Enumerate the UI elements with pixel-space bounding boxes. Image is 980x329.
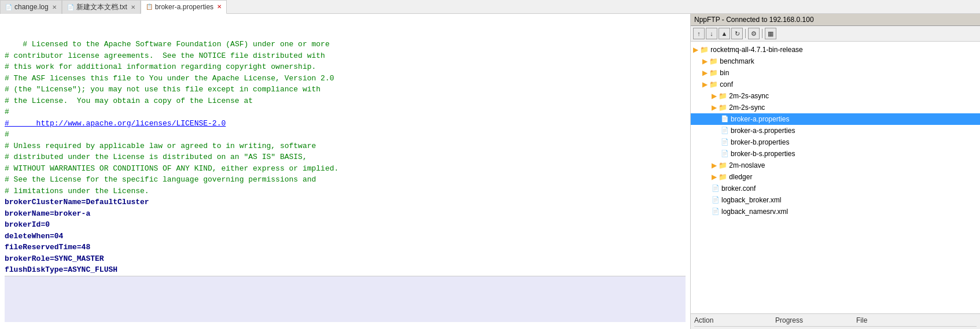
editor-line-5: # the License. You may obtain a copy of … [5,97,253,105]
tree-item-11[interactable]: ▶ 📁dledger [691,171,980,183]
tree-item-14[interactable]: 📄logback_namesrv.xml [691,206,980,217]
editor-line-15: brokerName=broker-a [5,209,90,218]
editor-line-13: # limitations under the License. [5,187,149,195]
tab-bar: 📄change.log✕📄新建文本文档.txt✕📋broker-a.proper… [0,0,980,14]
tree-label-9: broker-b-s.properties [731,149,795,159]
folder-icon-2: ▶ 📁 [702,68,718,78]
file-icon-9: 📄 [721,150,729,157]
editor-line-2: # this work for additional information r… [5,62,316,71]
tab-label-tab1: change.log [14,3,49,11]
tree-label-0: rocketmq-all-4.7.1-bin-release [710,45,802,55]
tree-label-2: bin [720,68,729,78]
file-icon-14: 📄 [712,208,720,215]
tree-label-7: broker-a-s.properties [731,125,795,136]
transfer-bar: Action Progress File [691,313,980,329]
ftp-header: NppFTP - Connected to 192.168.0.100 [691,14,980,26]
tree-label-11: dledger [729,172,752,182]
editor-line-9: # Unless required by applicable law or a… [5,142,316,150]
tab-close-tab2[interactable]: ✕ [131,4,135,10]
tree-item-0[interactable]: ▶ 📁rocketmq-all-4.7.1-bin-release [691,44,980,56]
file-icon-12: 📄 [712,185,720,192]
tab-label-tab3: broker-a.properties [155,3,213,11]
tree-item-4[interactable]: ▶ 📁2m-2s-async [691,90,980,102]
folder-icon-4: ▶ 📁 [712,91,727,101]
editor-line-19: brokerRole=SYNC_MASTER [5,254,104,263]
editor-line-1: # contributor license agreements. See th… [5,51,325,60]
ftp-btn-up[interactable]: ▲ [719,28,730,39]
editor-line-11: # WITHOUT WARRANTIES OR CONDITIONS OF AN… [5,164,338,173]
tree-label-5: 2m-2s-sync [729,102,765,113]
editor-line-0: # Licensed to the Apache Software Founda… [23,40,330,49]
editor-line-14: brokerClusterName=DefaultCluster [5,198,149,206]
tree-item-3[interactable]: ▶ 📁conf [691,79,980,90]
file-icon-8: 📄 [721,139,729,146]
tree-item-10[interactable]: ▶ 📁2m-noslave [691,160,980,171]
editor-line-18: fileReservedTime=48 [5,243,90,252]
editor-line-20: flushDiskType=ASYNC_FLUSH [5,265,117,274]
tree-item-7[interactable]: 📄broker-a-s.properties [691,125,980,136]
tab-icon-tab1: 📄 [5,4,12,10]
editor-line-10: # distributed under the License is distr… [5,153,307,161]
tree-item-5[interactable]: ▶ 📁2m-2s-sync [691,102,980,113]
folder-icon-1: ▶ 📁 [702,56,718,66]
editor-line-4: # (the "License"); you may not use this … [5,85,320,94]
editor-content: # Licensed to the Apache Software Founda… [5,16,686,276]
editor-area[interactable]: # Licensed to the Apache Software Founda… [0,14,691,329]
ftp-btn-grid[interactable]: ▦ [765,28,776,39]
editor-line-3: # The ASF licenses this file to You unde… [5,74,334,83]
folder-icon-5: ▶ 📁 [712,102,727,113]
tree-item-2[interactable]: ▶ 📁bin [691,67,980,79]
tab-icon-tab2: 📄 [67,4,74,10]
tree-label-6: broker-a.properties [731,114,789,124]
editor-line-17: deleteWhen=04 [5,232,63,241]
main-area: # Licensed to the Apache Software Founda… [0,14,980,329]
folder-icon-10: ▶ 📁 [712,160,727,171]
ftp-btn-settings[interactable]: ⚙ [748,28,760,39]
ftp-btn-upload[interactable]: ↑ [693,28,705,39]
editor-line-7: # http://www.apache.org/licenses/LICENSE… [5,119,226,128]
toolbar-separator [745,29,746,38]
ftp-toolbar: ↑ ↓ ▲ ↻ ⚙ ▦ [691,26,980,42]
tree-item-8[interactable]: 📄broker-b.properties [691,136,980,148]
file-tree[interactable]: ▶ 📁rocketmq-all-4.7.1-bin-release▶ 📁benc… [691,42,980,313]
tree-label-4: 2m-2s-async [729,91,769,101]
transfer-col-progress-label: Progress [775,316,856,324]
ftp-panel: NppFTP - Connected to 192.168.0.100 ↑ ↓ … [691,14,980,329]
folder-icon-0: ▶ 📁 [693,45,709,55]
tree-item-13[interactable]: 📄logback_broker.xml [691,194,980,206]
editor-line-12: # See the License for the specific langu… [5,175,316,184]
folder-icon-3: ▶ 📁 [702,79,718,90]
tab-tab3[interactable]: 📋broker-a.properties✕ [141,0,227,14]
tree-item-9[interactable]: 📄broker-b-s.properties [691,148,980,160]
toolbar-separator-2 [762,29,762,38]
transfer-col-file-label: File [856,316,977,324]
editor-line-16: brokerId=0 [5,220,50,229]
ftp-btn-refresh[interactable]: ↻ [731,28,743,39]
tree-label-8: broker-b.properties [731,137,789,147]
tree-item-1[interactable]: ▶ 📁benchmark [691,56,980,67]
ftp-btn-download[interactable]: ↓ [706,28,717,39]
editor-bottom-space [5,276,686,322]
tree-label-10: 2m-noslave [729,160,765,171]
file-icon-13: 📄 [712,197,720,204]
tab-tab1[interactable]: 📄change.log✕ [0,0,62,14]
editor-line-8: # [5,130,9,139]
transfer-col-action-label: Action [694,316,775,324]
tree-label-12: broker.conf [721,183,756,194]
tree-item-6[interactable]: 📄broker-a.properties [691,113,980,125]
folder-icon-11: ▶ 📁 [712,172,727,182]
file-icon-6: 📄 [721,116,729,123]
tree-label-1: benchmark [720,56,754,66]
tab-close-tab3[interactable]: ✕ [217,3,222,10]
tab-label-tab2: 新建文本文档.txt [76,2,127,12]
tree-label-14: logback_namesrv.xml [721,206,788,217]
tab-close-tab1[interactable]: ✕ [52,4,57,10]
tab-icon-tab3: 📋 [146,3,153,10]
tab-tab2[interactable]: 📄新建文本文档.txt✕ [62,0,141,14]
transfer-header: Action Progress File [694,316,977,327]
tree-item-12[interactable]: 📄broker.conf [691,183,980,194]
tree-label-3: conf [720,79,733,90]
file-icon-7: 📄 [721,127,729,134]
editor-line-6: # [5,108,9,116]
tree-label-13: logback_broker.xml [721,195,781,205]
